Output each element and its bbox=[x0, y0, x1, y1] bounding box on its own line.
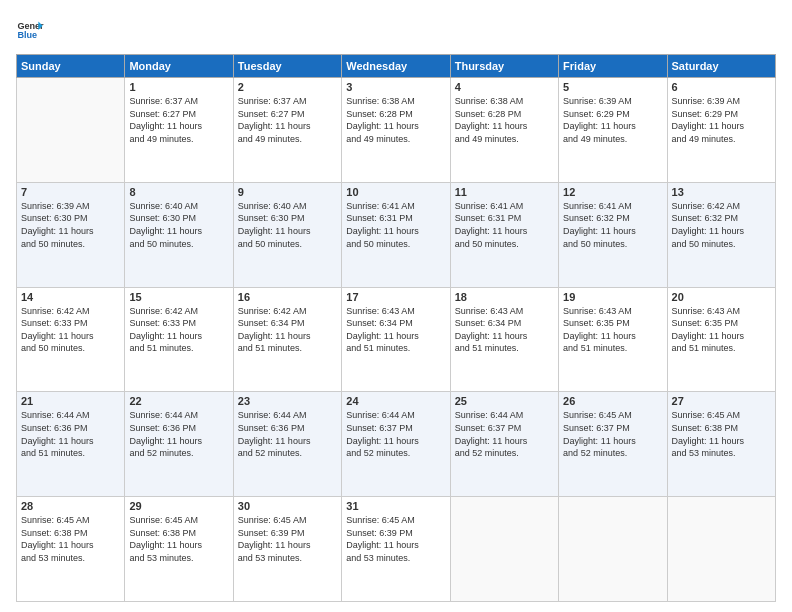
cell-content: Sunrise: 6:45 AM Sunset: 6:38 PM Dayligh… bbox=[129, 514, 228, 564]
cell-content: Sunrise: 6:44 AM Sunset: 6:37 PM Dayligh… bbox=[455, 409, 554, 459]
cell-content: Sunrise: 6:44 AM Sunset: 6:37 PM Dayligh… bbox=[346, 409, 445, 459]
cell-content: Sunrise: 6:41 AM Sunset: 6:32 PM Dayligh… bbox=[563, 200, 662, 250]
cell-content: Sunrise: 6:40 AM Sunset: 6:30 PM Dayligh… bbox=[129, 200, 228, 250]
calendar-cell: 4Sunrise: 6:38 AM Sunset: 6:28 PM Daylig… bbox=[450, 78, 558, 183]
calendar-cell: 8Sunrise: 6:40 AM Sunset: 6:30 PM Daylig… bbox=[125, 182, 233, 287]
calendar-cell: 14Sunrise: 6:42 AM Sunset: 6:33 PM Dayli… bbox=[17, 287, 125, 392]
cell-content: Sunrise: 6:44 AM Sunset: 6:36 PM Dayligh… bbox=[129, 409, 228, 459]
cell-content: Sunrise: 6:37 AM Sunset: 6:27 PM Dayligh… bbox=[238, 95, 337, 145]
day-number: 1 bbox=[129, 81, 228, 93]
day-number: 10 bbox=[346, 186, 445, 198]
day-number: 3 bbox=[346, 81, 445, 93]
calendar-cell: 20Sunrise: 6:43 AM Sunset: 6:35 PM Dayli… bbox=[667, 287, 775, 392]
day-number: 17 bbox=[346, 291, 445, 303]
day-number: 4 bbox=[455, 81, 554, 93]
calendar-cell bbox=[559, 497, 667, 602]
calendar-cell bbox=[450, 497, 558, 602]
day-number: 2 bbox=[238, 81, 337, 93]
cell-content: Sunrise: 6:41 AM Sunset: 6:31 PM Dayligh… bbox=[455, 200, 554, 250]
day-number: 30 bbox=[238, 500, 337, 512]
cell-content: Sunrise: 6:43 AM Sunset: 6:34 PM Dayligh… bbox=[346, 305, 445, 355]
cell-content: Sunrise: 6:45 AM Sunset: 6:39 PM Dayligh… bbox=[238, 514, 337, 564]
calendar-table: SundayMondayTuesdayWednesdayThursdayFrid… bbox=[16, 54, 776, 602]
calendar-cell: 30Sunrise: 6:45 AM Sunset: 6:39 PM Dayli… bbox=[233, 497, 341, 602]
day-header-tuesday: Tuesday bbox=[233, 55, 341, 78]
cell-content: Sunrise: 6:38 AM Sunset: 6:28 PM Dayligh… bbox=[455, 95, 554, 145]
calendar-cell: 16Sunrise: 6:42 AM Sunset: 6:34 PM Dayli… bbox=[233, 287, 341, 392]
calendar-cell: 10Sunrise: 6:41 AM Sunset: 6:31 PM Dayli… bbox=[342, 182, 450, 287]
calendar-cell: 23Sunrise: 6:44 AM Sunset: 6:36 PM Dayli… bbox=[233, 392, 341, 497]
calendar-cell: 2Sunrise: 6:37 AM Sunset: 6:27 PM Daylig… bbox=[233, 78, 341, 183]
calendar-cell: 17Sunrise: 6:43 AM Sunset: 6:34 PM Dayli… bbox=[342, 287, 450, 392]
calendar-week-row: 14Sunrise: 6:42 AM Sunset: 6:33 PM Dayli… bbox=[17, 287, 776, 392]
calendar-cell: 21Sunrise: 6:44 AM Sunset: 6:36 PM Dayli… bbox=[17, 392, 125, 497]
day-header-saturday: Saturday bbox=[667, 55, 775, 78]
day-number: 6 bbox=[672, 81, 771, 93]
cell-content: Sunrise: 6:45 AM Sunset: 6:39 PM Dayligh… bbox=[346, 514, 445, 564]
calendar-cell bbox=[667, 497, 775, 602]
calendar-cell bbox=[17, 78, 125, 183]
day-number: 12 bbox=[563, 186, 662, 198]
day-number: 24 bbox=[346, 395, 445, 407]
cell-content: Sunrise: 6:39 AM Sunset: 6:29 PM Dayligh… bbox=[672, 95, 771, 145]
calendar-cell: 18Sunrise: 6:43 AM Sunset: 6:34 PM Dayli… bbox=[450, 287, 558, 392]
calendar-cell: 22Sunrise: 6:44 AM Sunset: 6:36 PM Dayli… bbox=[125, 392, 233, 497]
calendar-cell: 31Sunrise: 6:45 AM Sunset: 6:39 PM Dayli… bbox=[342, 497, 450, 602]
cell-content: Sunrise: 6:43 AM Sunset: 6:35 PM Dayligh… bbox=[672, 305, 771, 355]
calendar-week-row: 7Sunrise: 6:39 AM Sunset: 6:30 PM Daylig… bbox=[17, 182, 776, 287]
cell-content: Sunrise: 6:41 AM Sunset: 6:31 PM Dayligh… bbox=[346, 200, 445, 250]
day-header-monday: Monday bbox=[125, 55, 233, 78]
day-number: 16 bbox=[238, 291, 337, 303]
day-number: 26 bbox=[563, 395, 662, 407]
calendar-cell: 26Sunrise: 6:45 AM Sunset: 6:37 PM Dayli… bbox=[559, 392, 667, 497]
day-number: 23 bbox=[238, 395, 337, 407]
cell-content: Sunrise: 6:44 AM Sunset: 6:36 PM Dayligh… bbox=[238, 409, 337, 459]
day-number: 15 bbox=[129, 291, 228, 303]
day-number: 25 bbox=[455, 395, 554, 407]
cell-content: Sunrise: 6:37 AM Sunset: 6:27 PM Dayligh… bbox=[129, 95, 228, 145]
calendar-cell: 27Sunrise: 6:45 AM Sunset: 6:38 PM Dayli… bbox=[667, 392, 775, 497]
cell-content: Sunrise: 6:43 AM Sunset: 6:35 PM Dayligh… bbox=[563, 305, 662, 355]
day-number: 11 bbox=[455, 186, 554, 198]
day-number: 31 bbox=[346, 500, 445, 512]
page-header: General Blue bbox=[16, 16, 776, 44]
calendar-cell: 1Sunrise: 6:37 AM Sunset: 6:27 PM Daylig… bbox=[125, 78, 233, 183]
calendar-body: 1Sunrise: 6:37 AM Sunset: 6:27 PM Daylig… bbox=[17, 78, 776, 602]
calendar-week-row: 1Sunrise: 6:37 AM Sunset: 6:27 PM Daylig… bbox=[17, 78, 776, 183]
day-number: 9 bbox=[238, 186, 337, 198]
calendar-cell: 25Sunrise: 6:44 AM Sunset: 6:37 PM Dayli… bbox=[450, 392, 558, 497]
day-number: 8 bbox=[129, 186, 228, 198]
day-number: 20 bbox=[672, 291, 771, 303]
calendar-cell: 29Sunrise: 6:45 AM Sunset: 6:38 PM Dayli… bbox=[125, 497, 233, 602]
day-number: 21 bbox=[21, 395, 120, 407]
cell-content: Sunrise: 6:45 AM Sunset: 6:38 PM Dayligh… bbox=[672, 409, 771, 459]
cell-content: Sunrise: 6:38 AM Sunset: 6:28 PM Dayligh… bbox=[346, 95, 445, 145]
cell-content: Sunrise: 6:40 AM Sunset: 6:30 PM Dayligh… bbox=[238, 200, 337, 250]
cell-content: Sunrise: 6:42 AM Sunset: 6:33 PM Dayligh… bbox=[21, 305, 120, 355]
day-number: 5 bbox=[563, 81, 662, 93]
calendar-header-row: SundayMondayTuesdayWednesdayThursdayFrid… bbox=[17, 55, 776, 78]
cell-content: Sunrise: 6:42 AM Sunset: 6:33 PM Dayligh… bbox=[129, 305, 228, 355]
day-number: 19 bbox=[563, 291, 662, 303]
calendar-cell: 5Sunrise: 6:39 AM Sunset: 6:29 PM Daylig… bbox=[559, 78, 667, 183]
day-header-sunday: Sunday bbox=[17, 55, 125, 78]
day-header-friday: Friday bbox=[559, 55, 667, 78]
cell-content: Sunrise: 6:45 AM Sunset: 6:38 PM Dayligh… bbox=[21, 514, 120, 564]
logo-icon: General Blue bbox=[16, 16, 44, 44]
cell-content: Sunrise: 6:42 AM Sunset: 6:34 PM Dayligh… bbox=[238, 305, 337, 355]
day-number: 13 bbox=[672, 186, 771, 198]
calendar-cell: 24Sunrise: 6:44 AM Sunset: 6:37 PM Dayli… bbox=[342, 392, 450, 497]
day-number: 22 bbox=[129, 395, 228, 407]
calendar-cell: 12Sunrise: 6:41 AM Sunset: 6:32 PM Dayli… bbox=[559, 182, 667, 287]
calendar-cell: 9Sunrise: 6:40 AM Sunset: 6:30 PM Daylig… bbox=[233, 182, 341, 287]
calendar-week-row: 28Sunrise: 6:45 AM Sunset: 6:38 PM Dayli… bbox=[17, 497, 776, 602]
calendar-cell: 15Sunrise: 6:42 AM Sunset: 6:33 PM Dayli… bbox=[125, 287, 233, 392]
day-number: 18 bbox=[455, 291, 554, 303]
cell-content: Sunrise: 6:44 AM Sunset: 6:36 PM Dayligh… bbox=[21, 409, 120, 459]
day-number: 28 bbox=[21, 500, 120, 512]
calendar-cell: 11Sunrise: 6:41 AM Sunset: 6:31 PM Dayli… bbox=[450, 182, 558, 287]
cell-content: Sunrise: 6:45 AM Sunset: 6:37 PM Dayligh… bbox=[563, 409, 662, 459]
day-number: 7 bbox=[21, 186, 120, 198]
day-number: 14 bbox=[21, 291, 120, 303]
svg-text:Blue: Blue bbox=[17, 30, 37, 40]
